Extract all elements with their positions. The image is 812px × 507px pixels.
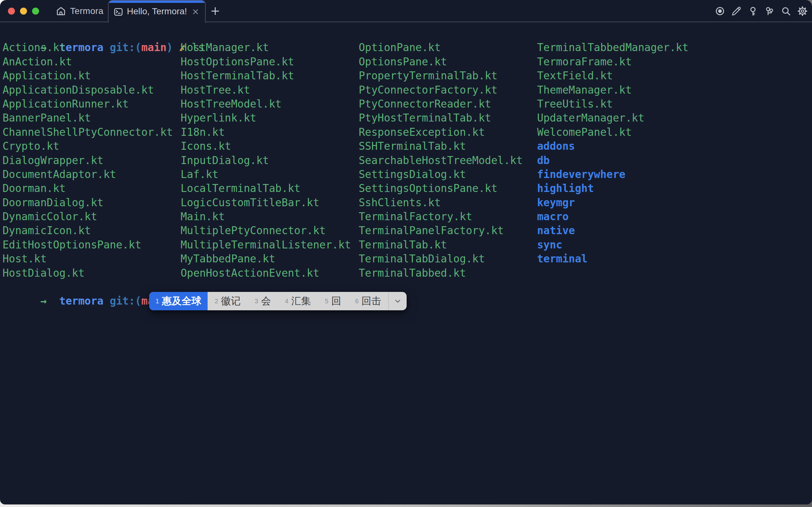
ime-candidate-text: 回 <box>331 294 341 308</box>
ime-candidate[interactable]: 4汇集 <box>278 292 318 310</box>
ls-entry-file: DoormanDialog.kt <box>3 196 104 210</box>
record-button[interactable] <box>715 6 725 16</box>
ime-candidate[interactable]: 5回 <box>318 292 348 310</box>
ime-expand-button[interactable] <box>389 292 407 310</box>
search-icon <box>781 6 791 16</box>
home-icon <box>56 6 66 16</box>
ls-row: Host.ktMyTabbedPane.ktTerminalTabDialog.… <box>3 252 812 266</box>
ls-entry-file: WelcomePanel.kt <box>537 125 632 139</box>
ime-candidate-index: 4 <box>285 298 288 305</box>
ls-entry-file: Doorman.kt <box>3 181 66 195</box>
ls-entry-file: PropertyTerminalTab.kt <box>359 69 497 83</box>
ls-row: ApplicationDisposable.ktHostTree.ktPtyCo… <box>3 83 812 97</box>
ime-candidate-window: 1惠及全球2徽记3会4汇集5回6回击 <box>149 292 407 310</box>
ls-entry-file: Crypto.kt <box>3 139 59 153</box>
close-window-button[interactable] <box>8 8 15 15</box>
ls-entry-file: OptionsPane.kt <box>359 55 447 69</box>
app-window: Termora Hello, Termora! <box>0 0 812 504</box>
ls-entry-file: ApplicationDisposable.kt <box>3 83 154 97</box>
edit-button[interactable] <box>732 6 742 16</box>
home-button[interactable]: Termora <box>56 0 104 22</box>
ime-candidate-index: 5 <box>325 298 329 305</box>
ime-candidate[interactable]: 6回击 <box>348 292 388 310</box>
ls-entry-file: MyTabbedPane.kt <box>181 252 275 266</box>
ls-entry-file: I18n.kt <box>181 125 225 139</box>
ls-entry-file: HostDialog.kt <box>3 266 85 280</box>
ls-entry-dir: macro <box>537 210 569 224</box>
ls-row: DialogWrapper.ktInputDialog.ktSearchable… <box>3 154 812 168</box>
ls-entry-file: Hyperlink.kt <box>181 111 256 125</box>
ls-row: Crypto.ktIcons.ktSSHTerminalTab.ktaddons <box>3 139 812 153</box>
prompt-git-prefix: git:( <box>110 295 141 307</box>
prompt-cwd: termora <box>59 295 110 307</box>
ls-entry-file: DocumentAdaptor.kt <box>3 168 116 181</box>
ls-row: BannerPanel.ktHyperlink.ktPtyHostTermina… <box>3 111 812 125</box>
ls-entry-file: PtyConnectorReader.kt <box>359 97 491 111</box>
ls-entry-dir: highlight <box>537 181 594 195</box>
new-tab-button[interactable] <box>210 5 221 17</box>
terminal-viewport[interactable]: → termora git:(main) ✗ ls Actions.ktHost… <box>0 23 812 504</box>
pencil-icon <box>732 6 741 16</box>
tab-hello-termora[interactable]: Hello, Termora! <box>108 0 206 23</box>
ls-entry-file: TerminalTabDialog.kt <box>359 252 485 266</box>
ls-entry-file: BannerPanel.kt <box>3 111 91 125</box>
ls-row: EditHostOptionsPane.ktMultipleTerminalLi… <box>3 238 812 252</box>
ls-entry-file: PtyConnectorFactory.kt <box>359 83 497 97</box>
ime-candidate-text: 会 <box>261 294 271 308</box>
ls-entry-file: TreeUtils.kt <box>537 97 613 111</box>
ls-entry-file: DynamicIcon.kt <box>3 224 91 238</box>
ls-entry-file: Laf.kt <box>181 168 218 181</box>
ls-entry-file: ThemeManager.kt <box>537 83 632 97</box>
minimize-window-button[interactable] <box>20 8 27 15</box>
ls-entry-dir: terminal <box>537 252 588 266</box>
ime-candidate-index: 2 <box>215 298 218 305</box>
ls-entry-file: SSHTerminalTab.kt <box>359 139 466 153</box>
toolbar <box>715 0 808 22</box>
key-icon <box>748 6 758 16</box>
ime-candidate-index: 1 <box>156 298 159 305</box>
ls-entry-file: ResponseException.kt <box>359 125 485 139</box>
ls-entry-file: TerminalTabbed.kt <box>359 266 466 280</box>
ls-entry-file: PtyHostTerminalTab.kt <box>359 111 491 125</box>
ls-row: ChannelShellPtyConnector.ktI18n.ktRespon… <box>3 125 812 139</box>
ime-candidate[interactable]: 1惠及全球 <box>149 292 208 310</box>
ls-entry-file: HostTerminalTab.kt <box>181 69 294 83</box>
key-manager-button[interactable] <box>748 6 758 16</box>
zoom-window-button[interactable] <box>32 8 39 15</box>
branch-icon <box>765 6 774 16</box>
ls-output: Actions.ktHostManager.ktOptionPane.ktTer… <box>3 41 812 280</box>
ls-entry-file: DynamicColor.kt <box>3 210 97 224</box>
ls-row: DoormanDialog.ktLogicCustomTitleBar.ktSs… <box>3 196 812 210</box>
ime-candidate[interactable]: 2徽记 <box>208 292 248 310</box>
ls-entry-file: OpenHostActionEvent.kt <box>181 266 319 280</box>
terminal-icon <box>114 7 123 17</box>
ls-row: DynamicColor.ktMain.ktTerminalFactory.kt… <box>3 210 812 224</box>
ls-entry-dir: native <box>537 224 575 238</box>
ls-entry-file: EditHostOptionsPane.kt <box>3 238 141 252</box>
titlebar[interactable]: Termora Hello, Termora! <box>0 0 812 22</box>
ls-entry-file: InputDialog.kt <box>181 154 269 168</box>
ime-candidate-text: 惠及全球 <box>162 294 201 308</box>
ls-entry-file: HostTreeModel.kt <box>181 97 281 111</box>
ls-entry-file: TermoraFrame.kt <box>537 55 632 69</box>
ls-entry-file: TerminalTab.kt <box>359 238 447 252</box>
ime-candidate-text: 回击 <box>362 294 381 308</box>
ls-entry-file: SettingsDialog.kt <box>359 168 466 181</box>
keychain-button[interactable] <box>764 6 774 16</box>
ime-candidate[interactable]: 3会 <box>248 292 278 310</box>
ls-entry-file: TextField.kt <box>537 69 613 83</box>
plus-icon <box>210 6 220 16</box>
ls-entry-file: SearchableHostTreeModel.kt <box>359 154 523 168</box>
search-button[interactable] <box>781 6 791 16</box>
settings-button[interactable] <box>797 6 808 16</box>
ls-entry-file: UpdaterManager.kt <box>537 111 644 125</box>
tab-close-button[interactable] <box>191 7 200 16</box>
ime-candidate-text: 徽记 <box>221 294 240 308</box>
prompt-line-2: → termora git:(main) ✗ 中文之美hui ji quan q… <box>3 280 812 294</box>
ls-entry-file: HostTree.kt <box>181 83 250 97</box>
ls-row: DynamicIcon.ktMultiplePtyConnector.ktTer… <box>3 224 812 238</box>
ls-entry-dir: addons <box>537 139 575 153</box>
ls-entry-file: ApplicationRunner.kt <box>3 97 128 111</box>
ls-entry-file: Icons.kt <box>181 139 231 153</box>
prompt-arrow: → <box>40 295 59 307</box>
